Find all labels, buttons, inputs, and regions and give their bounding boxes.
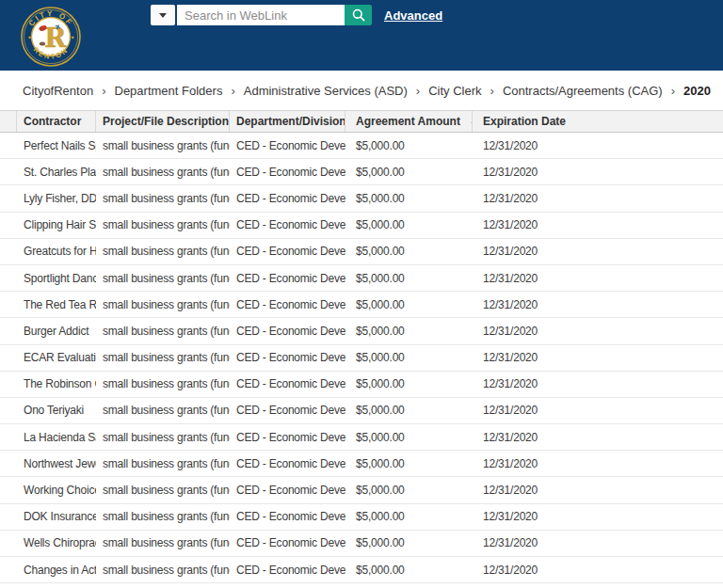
- table-row[interactable]: Sportlight Dance small business grants (…: [0, 265, 723, 292]
- cell-department: CED - Economic Developme: [230, 372, 345, 397]
- header-agreement-amount-label: Agreement Amount: [356, 115, 460, 128]
- cell-expiration: 12/31/2020: [473, 345, 723, 371]
- cell-contractor[interactable]: La Hacienda Sar: [17, 424, 96, 450]
- cell-department: CED - Economic Developme: [230, 213, 345, 238]
- cell-department: CED - Economic Developme: [230, 504, 345, 530]
- cell-department: CED - Economic Developme: [230, 133, 345, 158]
- cell-amount: $5,000.00: [345, 504, 473, 530]
- breadcrumb-link[interactable]: City Clerk: [428, 84, 481, 98]
- row-icon-cell: [0, 185, 17, 211]
- header-expiration-date[interactable]: Expiration Date: [473, 111, 723, 132]
- search-input[interactable]: [177, 5, 345, 25]
- table-row[interactable]: Perfect Nails Spa small business grants …: [0, 133, 723, 159]
- table-row[interactable]: Burger Addict small business grants (fun…: [0, 318, 723, 344]
- cell-expiration: 12/31/2020: [473, 398, 723, 423]
- search-bar: Advanced: [151, 5, 442, 25]
- city-of-renton-logo[interactable]: CITY OF RENTON ✦ ✦ R: [21, 7, 81, 67]
- cell-department: CED - Economic Developme: [230, 451, 345, 476]
- table-row[interactable]: The Red Tea Roc small business grants (f…: [0, 292, 723, 318]
- row-icon-cell: [0, 557, 17, 582]
- cell-description: small business grants (funded: [96, 159, 230, 184]
- row-icon-cell: [0, 424, 17, 450]
- cell-expiration: 12/31/2020: [473, 557, 723, 582]
- cell-contractor[interactable]: Northwest Jewel: [17, 451, 96, 476]
- search-scope-dropdown[interactable]: [151, 5, 175, 25]
- table-row[interactable]: St. Charles Place small business grants …: [0, 159, 723, 185]
- cell-contractor[interactable]: Perfect Nails Spa: [17, 133, 96, 158]
- cell-amount: $5,000.00: [345, 185, 473, 211]
- table-row[interactable]: Changes in Actic small business grants (…: [0, 557, 723, 583]
- cell-department: CED - Economic Developme: [230, 265, 345, 291]
- table-row[interactable]: Clipping Hair Sal small business grants …: [0, 213, 723, 239]
- breadcrumb-link[interactable]: Administrative Services (ASD): [244, 84, 408, 98]
- cell-expiration: 12/31/2020: [473, 292, 723, 317]
- row-icon-cell: [0, 159, 17, 184]
- cell-department: CED - Economic Developme: [230, 318, 345, 343]
- row-icon-cell: [0, 239, 17, 264]
- breadcrumb-separator: ›: [102, 84, 105, 98]
- cell-description: small business grants (funded: [96, 504, 230, 530]
- row-icon-cell: [0, 292, 17, 317]
- breadcrumb-link[interactable]: Department Folders: [115, 84, 223, 98]
- logo-monogram-r: R: [44, 23, 67, 54]
- breadcrumb-link[interactable]: CityofRenton: [23, 84, 93, 98]
- cell-contractor[interactable]: Lyly Fisher, DDS: [17, 185, 96, 211]
- cell-department: CED - Economic Developme: [230, 398, 345, 423]
- cell-expiration: 12/31/2020: [473, 451, 723, 476]
- header-icon-column: [0, 111, 17, 132]
- cell-description: small business grants (funded: [96, 477, 230, 502]
- cell-expiration: 12/31/2020: [473, 213, 723, 238]
- table-row[interactable]: Northwest Jewel small business grants (f…: [0, 451, 723, 477]
- breadcrumb-link[interactable]: Contracts/Agreements (CAG): [503, 84, 663, 98]
- cell-amount: $5,000.00: [345, 213, 473, 238]
- cell-contractor[interactable]: Burger Addict: [17, 318, 96, 343]
- cell-contractor[interactable]: Sportlight Dance: [17, 265, 96, 291]
- cell-contractor[interactable]: Ono Teriyaki: [17, 398, 96, 423]
- table-row[interactable]: ECAR Evaluation small business grants (f…: [0, 345, 723, 372]
- table-row[interactable]: Ono Teriyaki small business grants (fund…: [0, 398, 723, 424]
- table-row[interactable]: La Hacienda Sar small business grants (f…: [0, 424, 723, 451]
- cell-contractor[interactable]: The Red Tea Roc: [17, 292, 96, 317]
- search-button[interactable]: [345, 5, 372, 25]
- cell-contractor[interactable]: DOK Insurance A: [17, 504, 96, 530]
- table-row[interactable]: Wells Chiropract small business grants (…: [0, 531, 723, 557]
- cell-contractor[interactable]: Greatcuts for Ha: [17, 239, 96, 264]
- breadcrumb-current-folder: 2020: [683, 84, 711, 98]
- cell-contractor[interactable]: Clipping Hair Sal: [17, 213, 96, 238]
- cell-amount: $5,000.00: [345, 159, 473, 184]
- cell-description: small business grants (funded: [96, 318, 230, 343]
- cell-description: small business grants (funded: [96, 424, 230, 450]
- cell-expiration: 12/31/2020: [473, 265, 723, 291]
- breadcrumb-separator: ›: [671, 84, 675, 98]
- header-department-division[interactable]: Department/Division: [230, 111, 345, 132]
- table-header-row: Contractor Project/File Description Depa…: [0, 110, 723, 133]
- cell-amount: $5,000.00: [345, 318, 473, 343]
- header-project-file-description[interactable]: Project/File Description: [96, 111, 230, 132]
- cell-contractor[interactable]: Changes in Actic: [17, 557, 96, 582]
- table-row[interactable]: The Robinson G small business grants (fu…: [0, 372, 723, 398]
- breadcrumb: CityofRenton›Department Folders›Administ…: [0, 71, 723, 110]
- table-row[interactable]: Lyly Fisher, DDS small business grants (…: [0, 185, 723, 212]
- header-contractor[interactable]: Contractor: [17, 111, 96, 132]
- cell-amount: $5,000.00: [345, 345, 473, 371]
- cell-department: CED - Economic Developme: [230, 557, 345, 582]
- cell-expiration: 12/31/2020: [473, 504, 723, 530]
- cell-contractor[interactable]: Working Choices: [17, 477, 96, 502]
- cell-expiration: 12/31/2020: [473, 159, 723, 184]
- cell-department: CED - Economic Developme: [230, 424, 345, 450]
- breadcrumb-separator: ›: [416, 84, 420, 98]
- cell-contractor[interactable]: The Robinson G: [17, 372, 96, 397]
- cell-contractor[interactable]: St. Charles Place: [17, 159, 96, 184]
- cell-department: CED - Economic Developme: [230, 292, 345, 317]
- row-icon-cell: [0, 504, 17, 530]
- advanced-search-link[interactable]: Advanced: [384, 8, 442, 23]
- cell-contractor[interactable]: ECAR Evaluation: [17, 345, 96, 371]
- header-agreement-amount[interactable]: Agreement Amount ▲: [345, 111, 473, 132]
- table-row[interactable]: Greatcuts for Ha small business grants (…: [0, 239, 723, 265]
- cell-expiration: 12/31/2020: [473, 133, 723, 158]
- row-icon-cell: [0, 345, 17, 371]
- cell-department: CED - Economic Developme: [230, 239, 345, 264]
- table-row[interactable]: Working Choices small business grants (f…: [0, 477, 723, 503]
- cell-contractor[interactable]: Wells Chiropract: [17, 531, 96, 556]
- table-row[interactable]: DOK Insurance A small business grants (f…: [0, 504, 723, 531]
